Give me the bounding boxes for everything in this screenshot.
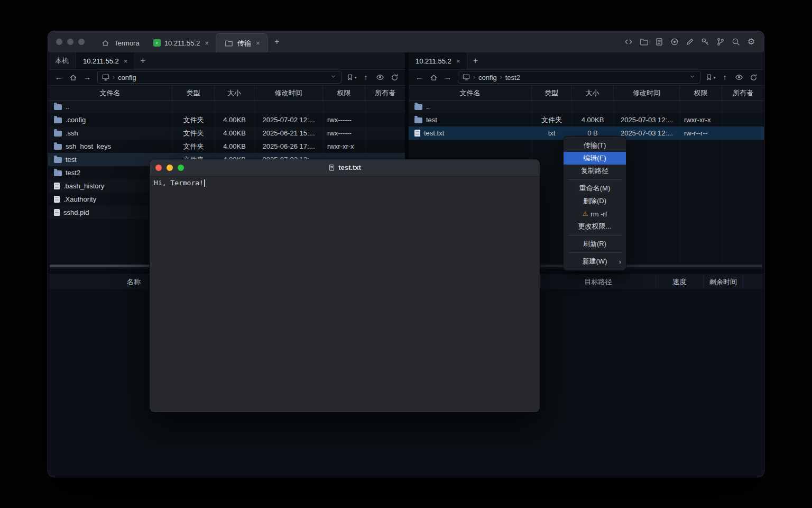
record-icon[interactable] [669,37,680,47]
settings-gear-icon[interactable]: ⚙ [746,37,756,47]
tab-transfer[interactable]: 传输 × [216,33,267,53]
menu-item-rename[interactable]: 重命名(M) [564,182,626,195]
menu-item-edit[interactable]: 编辑(E) [564,152,626,165]
parent-directory-button[interactable]: ↑ [718,71,731,83]
home-button[interactable] [67,71,79,83]
zoom-window-button[interactable] [178,165,184,171]
path-breadcrumb[interactable]: › config › test2 [458,71,700,84]
file-name: test [66,156,77,164]
menu-item-rm-rf-label: rm -rf [590,210,607,218]
right-file-list: .. test 文件夹 4.00KB 2025-07-03 12:... rwx… [409,100,764,140]
column-header-target[interactable]: 目标路径 [541,275,656,289]
file-name: .. [426,103,430,111]
new-pane-tab-button[interactable]: + [467,52,483,69]
warning-icon: ⚠ [583,210,588,217]
log-icon[interactable] [654,37,665,47]
file-row[interactable]: .. [48,100,405,113]
breadcrumb-item[interactable]: test2 [505,74,520,81]
column-header-name[interactable]: 文件名 [409,86,532,101]
close-tab-icon[interactable]: × [124,57,128,65]
column-header-size[interactable]: 大小 [215,86,254,101]
close-tab-icon[interactable]: × [456,57,460,65]
folder-icon [54,104,62,110]
column-header-perm[interactable]: 权限 [323,86,365,101]
close-window-button[interactable] [56,39,62,45]
file-row[interactable]: .ssh 文件夹 4.00KB 2025-06-21 15:... rwx---… [48,126,405,140]
menu-item-transfer[interactable]: 传输(T) [564,139,626,152]
termora-window: Termora › 10.211.55.2 × 传输 × + [48,31,764,477]
menu-item-delete[interactable]: 删除(D) [564,195,626,207]
file-row[interactable]: ssh_host_keys 文件夹 4.00KB 2025-06-26 17:.… [48,140,405,153]
file-row[interactable]: .. [409,100,764,113]
left-pane-tabs: 本机 10.211.55.2 × + [48,52,405,70]
left-toolbar: ← → › config ▾ ↑ [48,69,405,85]
bookmark-button[interactable]: ▾ [704,71,717,83]
chevron-down-icon[interactable] [330,73,337,81]
back-button[interactable]: ← [52,71,65,83]
bookmark-button[interactable]: ▾ [345,71,358,83]
file-icon [54,209,60,216]
code-icon[interactable] [623,37,634,47]
column-header-owner[interactable]: 所有者 [722,86,764,101]
tab-remote-left[interactable]: 10.211.55.2 × [76,52,135,69]
path-breadcrumb[interactable]: › config [97,71,342,84]
parent-directory-button[interactable]: ↑ [359,71,372,83]
menu-item-new[interactable]: 新建(W) › [564,255,626,268]
file-row[interactable]: test 文件夹 4.00KB 2025-07-03 12:... rwxr-x… [409,113,764,126]
menu-item-copy-path[interactable]: 复制路径 [564,165,626,177]
show-hidden-eye-button[interactable] [374,71,386,83]
minimize-window-button[interactable] [167,165,173,171]
breadcrumb-separator: › [500,74,502,81]
menu-item-refresh[interactable]: 刷新(R) [564,238,626,250]
zoom-window-button[interactable] [78,39,85,45]
file-name: ssh_host_keys [66,142,111,150]
menu-item-rm-rf[interactable]: ⚠ rm -rf [564,207,626,220]
folder-icon[interactable] [639,37,649,47]
new-tab-button[interactable]: + [270,34,284,49]
tab-local[interactable]: 本机 [48,52,76,69]
right-pane-tabs: 10.211.55.2 × + [409,52,764,70]
column-header-mtime[interactable]: 修改时间 [614,86,680,101]
folder-icon [54,117,62,123]
new-pane-tab-button[interactable]: + [135,52,151,69]
column-header-type[interactable]: 类型 [172,86,215,101]
tab-ssh-session[interactable]: › 10.211.55.2 × [146,33,216,52]
column-header-perm[interactable]: 权限 [680,86,722,101]
key-icon[interactable] [700,37,710,47]
branch-icon[interactable] [715,37,726,47]
folder-icon [414,117,422,123]
minimize-window-button[interactable] [67,39,73,45]
column-header-type[interactable]: 类型 [532,86,571,101]
forward-button[interactable]: → [81,71,94,83]
file-name: .bash_history [63,182,104,190]
chevron-down-icon[interactable] [689,73,696,81]
breadcrumb-item[interactable]: config [478,74,497,81]
editor-content[interactable]: Hi, Termora! [150,176,540,189]
editor-titlebar[interactable]: test.txt [150,159,540,176]
column-header-name[interactable]: 文件名 [48,86,172,101]
column-header-owner[interactable]: 所有者 [365,86,405,101]
tab-remote-right[interactable]: 10.211.55.2 × [409,52,467,69]
file-row[interactable]: .config 文件夹 4.00KB 2025-07-02 12:... rwx… [48,113,405,126]
close-tab-icon[interactable]: × [205,39,209,47]
file-name: test [426,116,437,124]
back-button[interactable]: ← [413,71,426,83]
pencil-icon[interactable] [685,37,695,47]
show-hidden-eye-button[interactable] [733,71,745,83]
column-header-eta[interactable]: 剩余时间 [704,275,743,289]
breadcrumb-item[interactable]: config [118,74,136,81]
forward-button[interactable]: → [441,71,454,83]
right-toolbar: ← → › config › test2 ▾ [409,69,764,85]
refresh-button[interactable] [388,71,401,83]
search-icon[interactable] [731,37,741,47]
column-header-size[interactable]: 大小 [571,86,614,101]
home-button[interactable] [427,71,440,83]
close-window-button[interactable] [155,165,162,171]
menu-item-chmod[interactable]: 更改权限... [564,220,626,233]
column-header-mtime[interactable]: 修改时间 [254,86,323,101]
column-header-speed[interactable]: 速度 [656,275,704,289]
tab-remote-label: 10.211.55.2 [83,57,119,65]
refresh-button[interactable] [747,71,760,83]
tab-home[interactable]: Termora [93,33,146,52]
close-tab-icon[interactable]: × [256,39,260,47]
